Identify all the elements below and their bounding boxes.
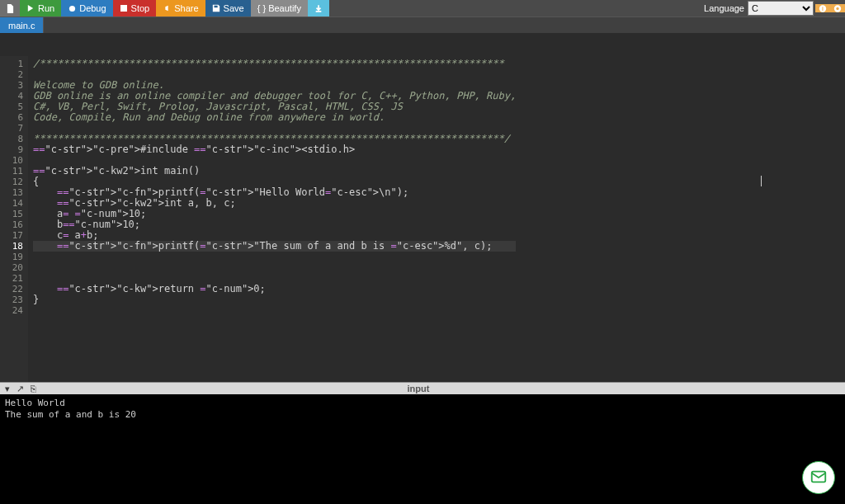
language-select[interactable]: C	[748, 1, 814, 16]
info-icon: i	[819, 4, 827, 12]
expand-icon[interactable]: ↗	[17, 384, 24, 394]
play-icon	[26, 4, 35, 12]
save-label: Save	[224, 3, 244, 13]
line-number: 21	[0, 273, 23, 284]
gear-icon	[833, 4, 842, 12]
debug-button[interactable]: Debug	[61, 0, 112, 16]
panel-controls: ▾ ↗ ⎘	[0, 384, 41, 394]
line-number: 4	[0, 91, 23, 101]
line-number: 15	[0, 209, 23, 219]
code-line[interactable]: /***************************************…	[33, 59, 516, 69]
file-icon	[7, 4, 14, 12]
code-line[interactable]: b=="c-num">10;	[33, 219, 516, 230]
debug-icon	[68, 4, 76, 12]
editor-code-area[interactable]: /***************************************…	[28, 56, 516, 382]
settings-button[interactable]	[830, 4, 845, 12]
download-button[interactable]	[308, 0, 329, 16]
line-number: 11	[0, 166, 23, 177]
line-number: 6	[0, 112, 23, 123]
line-number: 22	[0, 284, 23, 294]
line-number: 9	[0, 144, 23, 155]
toolbar: Run Debug Stop Share Save {	[0, 0, 845, 16]
toolbar-right: Language C i	[701, 0, 845, 16]
code-line[interactable]: =="c-str">"c-kw2">int main()	[33, 166, 516, 177]
tab-main-c[interactable]: main.c	[0, 17, 44, 33]
code-line[interactable]: =="c-str">"c-pre">#include =="c-str">"c-…	[33, 144, 516, 155]
run-button[interactable]: Run	[20, 0, 61, 16]
beautify-label: { } Beautify	[257, 3, 301, 13]
line-number: 2	[0, 69, 23, 80]
debug-label: Debug	[79, 3, 106, 13]
line-number: 12	[0, 177, 23, 187]
tab-bar: main.c	[0, 16, 845, 33]
line-number: 16	[0, 219, 23, 230]
svg-rect-1	[120, 5, 127, 12]
line-number: 10	[0, 155, 23, 166]
code-line[interactable]	[33, 305, 516, 316]
editor-gutter: 123456789101112131415161718192021222324	[0, 56, 28, 382]
text-cursor	[761, 176, 762, 186]
code-line[interactable]: =="c-str">"c-fn">printf(="c-str">"The su…	[33, 241, 516, 252]
svg-text:i: i	[822, 6, 824, 12]
share-label: Share	[174, 3, 198, 13]
code-line[interactable]	[33, 252, 516, 262]
collapse-icon[interactable]: ▾	[5, 384, 10, 394]
mail-icon	[810, 468, 828, 488]
code-editor[interactable]: 123456789101112131415161718192021222324 …	[0, 33, 845, 382]
stop-button[interactable]: Stop	[113, 0, 157, 16]
stop-icon	[120, 4, 128, 12]
line-number: 19	[0, 252, 23, 262]
run-label: Run	[38, 3, 54, 13]
language-label: Language	[701, 3, 748, 13]
code-line[interactable]	[33, 262, 516, 273]
svg-point-0	[69, 5, 75, 11]
line-number: 3	[0, 80, 23, 91]
beautify-button[interactable]: { } Beautify	[251, 0, 308, 16]
copy-icon[interactable]: ⎘	[31, 384, 36, 394]
download-icon	[314, 4, 323, 12]
line-number: 18	[0, 241, 23, 252]
panel-controlbar: ▾ ↗ ⎘ input	[0, 382, 845, 394]
svg-rect-2	[214, 6, 217, 7]
line-number: 7	[0, 123, 23, 134]
line-number: 24	[0, 305, 23, 316]
help-button[interactable]: i	[815, 4, 830, 12]
panel-label: input	[41, 384, 795, 393]
tab-label: main.c	[8, 21, 35, 31]
save-icon	[212, 4, 220, 12]
code-line[interactable]: =="c-str">"c-kw">return ="c-num">0;	[33, 284, 516, 294]
line-number: 1	[0, 59, 23, 69]
svg-point-6	[836, 7, 838, 9]
line-number: 8	[0, 134, 23, 144]
output-panel[interactable]: Hello World The sum of a and b is 20	[0, 394, 845, 504]
toolbar-left: Run Debug Stop Share Save {	[0, 0, 329, 16]
share-button[interactable]: Share	[156, 0, 205, 16]
line-number: 13	[0, 187, 23, 198]
save-button[interactable]: Save	[205, 0, 251, 16]
line-number: 5	[0, 101, 23, 112]
chat-button[interactable]	[802, 461, 835, 494]
line-number: 17	[0, 230, 23, 241]
share-icon	[163, 4, 171, 12]
line-number: 20	[0, 262, 23, 273]
line-number: 14	[0, 198, 23, 209]
stop-label: Stop	[131, 3, 150, 13]
toolbar-spacer	[329, 0, 701, 16]
new-file-button[interactable]	[0, 0, 20, 16]
code-line[interactable]: Code, Compile, Run and Debug online from…	[33, 112, 516, 123]
line-number: 23	[0, 294, 23, 305]
code-line[interactable]: }	[33, 294, 516, 305]
